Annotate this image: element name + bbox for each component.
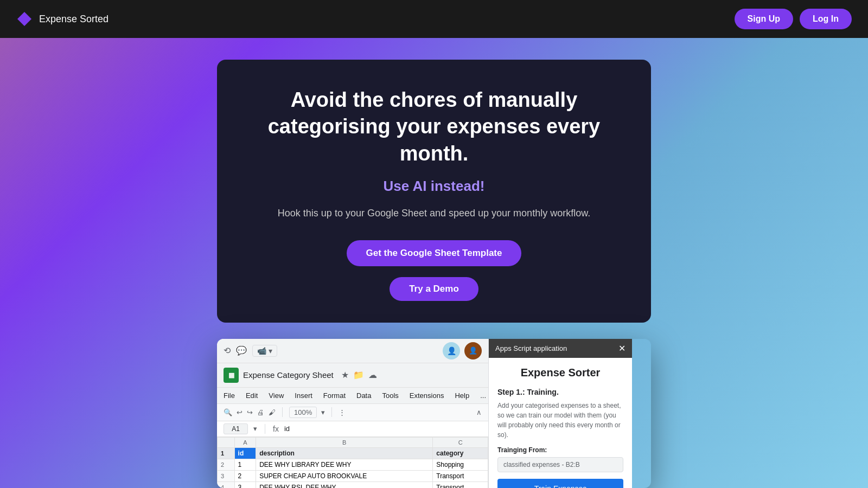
menu-data[interactable]: Data	[356, 390, 371, 401]
login-button[interactable]: Log In	[800, 9, 852, 29]
comment-icon: 💬	[236, 345, 247, 356]
cell-id[interactable]: 3	[234, 481, 256, 488]
paint-icon[interactable]: 🖌	[269, 408, 276, 416]
menu-extensions[interactable]: Extensions	[410, 390, 444, 401]
row-num: 3	[218, 470, 235, 481]
history-icon: ⟲	[224, 345, 231, 356]
corner-cell	[218, 437, 235, 447]
table-row: 1 id description category	[218, 447, 488, 459]
col-header-c: C	[433, 437, 488, 447]
close-button[interactable]: ✕	[618, 343, 626, 354]
hero-card: Avoid the chores of manually categorisin…	[217, 60, 651, 323]
main-content: Avoid the chores of manually categorisin…	[0, 38, 868, 488]
cell-reference[interactable]: A1	[224, 423, 248, 434]
menu-insert[interactable]: Insert	[295, 390, 312, 401]
sidebar-app-title: Apps Script application	[495, 344, 567, 352]
cell-description[interactable]: SUPER CHEAP AUTO BROOKVALE	[256, 470, 433, 481]
zoom-icon: 🔍	[224, 408, 232, 416]
cell-category[interactable]: Transport	[433, 470, 488, 481]
logo: Expense Sorted	[16, 11, 108, 27]
menu-file[interactable]: File	[224, 390, 235, 401]
sidebar-body: Expense Sorter Step 1.: Training. Add yo…	[489, 358, 632, 488]
header: Expense Sorted Sign Up Log In	[0, 0, 868, 38]
cell-category[interactable]: Transport	[433, 481, 488, 488]
expand-icon: ▾	[253, 425, 257, 433]
video-icon: 📹 ▾	[252, 345, 277, 357]
train-expenses-button[interactable]: Train Expenses	[497, 479, 623, 488]
sheet-title: Expense Category Sheet	[243, 370, 334, 380]
menu-view[interactable]: View	[269, 390, 284, 401]
menu-more[interactable]: ...	[480, 390, 486, 401]
separator	[282, 407, 283, 417]
cell-category[interactable]: Shopping	[433, 459, 488, 470]
cell-id[interactable]: 2	[234, 470, 256, 481]
svg-marker-0	[17, 12, 31, 26]
sheet-titlebar: ▦ Expense Category Sheet ★ 📁 ☁	[217, 363, 488, 388]
row-num: 2	[218, 459, 235, 470]
training-from-value[interactable]: classified expenses - B2:B	[497, 457, 623, 472]
sidebar-header: Apps Script application ✕	[489, 339, 632, 358]
menu-help[interactable]: Help	[455, 390, 469, 401]
app-title: Expense Sorted	[39, 14, 108, 25]
sheet-menu: File Edit View Insert Format Data Tools …	[217, 388, 488, 404]
logo-icon	[16, 11, 33, 27]
collapse-icon[interactable]: ∧	[476, 408, 482, 416]
cloud-icon: ☁	[368, 370, 377, 380]
formula-content[interactable]: id	[284, 425, 482, 433]
avatar: 👤	[464, 342, 482, 359]
try-demo-button[interactable]: Try a Demo	[390, 277, 478, 301]
app-screenshot: ⟲ 💬 📹 ▾ 👤 👤 ▦ Expense Category Sheet ★	[217, 339, 651, 488]
redo-icon[interactable]: ↪	[247, 408, 253, 416]
undo-icon[interactable]: ↩	[237, 408, 242, 416]
zoom-level[interactable]: 100%	[289, 407, 317, 418]
cell-a1[interactable]: id	[234, 447, 256, 459]
hero-subtitle: Use AI instead!	[250, 178, 618, 195]
print-icon[interactable]: 🖨	[257, 408, 264, 416]
sheets-icon: ▦	[224, 368, 239, 383]
star-icon: ★	[341, 370, 349, 380]
more-tools-icon[interactable]: ⋮	[339, 408, 346, 416]
col-header-b: B	[256, 437, 433, 447]
formula-sep	[265, 424, 265, 434]
get-sheet-template-button[interactable]: Get the Google Sheet Template	[347, 240, 522, 266]
cell-id[interactable]: 1	[234, 459, 256, 470]
menu-format[interactable]: Format	[323, 390, 346, 401]
hero-title: Avoid the chores of manually categorisin…	[250, 87, 618, 167]
training-from-label: Trainging From:	[497, 446, 623, 454]
cell-c1[interactable]: category	[433, 447, 488, 459]
cell-b1[interactable]: description	[256, 447, 433, 459]
cell-description[interactable]: DEE WHY RSL DEE WHY	[256, 481, 433, 488]
step1-label: Step 1.: Training.	[497, 388, 623, 396]
menu-tools[interactable]: Tools	[382, 390, 398, 401]
header-actions: Sign Up Log In	[735, 9, 852, 29]
table-row: 4 3 DEE WHY RSL DEE WHY Transport	[218, 481, 488, 488]
user-icon: 👤	[443, 342, 460, 359]
table-row: 2 1 DEE WHY LIBRARY DEE WHY Shopping	[218, 459, 488, 470]
row-num: 1	[218, 447, 235, 459]
separator2	[331, 407, 332, 417]
spreadsheet-table: A B C 1 id description category 2 1 DEE …	[217, 437, 488, 488]
apps-script-sidebar: Apps Script application ✕ Expense Sorter…	[488, 339, 632, 488]
expense-sorter-title: Expense Sorter	[497, 367, 623, 379]
cell-description[interactable]: DEE WHY LIBRARY DEE WHY	[256, 459, 433, 470]
hero-description: Hook this up to your Google Sheet and sp…	[250, 206, 618, 221]
step1-description: Add your categorised expenses to a sheet…	[497, 401, 623, 440]
sheet-toolbar: 🔍 ↩ ↪ 🖨 🖌 100% ▾ ⋮ ∧	[217, 404, 488, 421]
col-header-a: A	[234, 437, 256, 447]
formula-bar: A1 ▾ fx id	[217, 421, 488, 437]
menu-edit[interactable]: Edit	[246, 390, 258, 401]
table-row: 3 2 SUPER CHEAP AUTO BROOKVALE Transport	[218, 470, 488, 481]
folder-icon: 📁	[353, 370, 364, 380]
row-num: 4	[218, 481, 235, 488]
zoom-dropdown[interactable]: ▾	[321, 408, 325, 416]
spreadsheet-panel: ⟲ 💬 📹 ▾ 👤 👤 ▦ Expense Category Sheet ★	[217, 339, 488, 488]
fx-label: fx	[273, 425, 279, 433]
signup-button[interactable]: Sign Up	[735, 9, 793, 29]
